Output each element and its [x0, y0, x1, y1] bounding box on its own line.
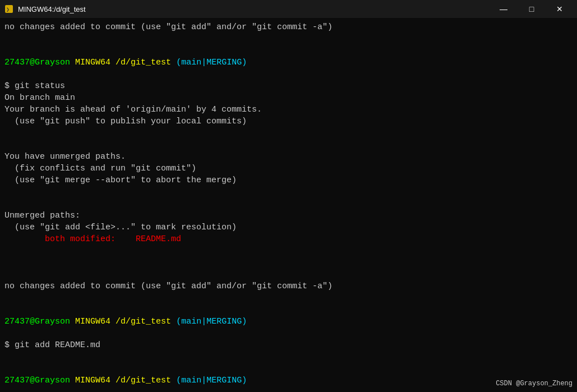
- terminal-line-1: no changes added to commit (use "git add…: [4, 22, 333, 32]
- output-1: On branch main: [4, 93, 75, 103]
- conflict-label: both modified:: [45, 234, 136, 244]
- window-controls: — □ ✕: [491, 0, 573, 18]
- prompt-3: 27437@Grayson MINGW64 /d/git_test (main|…: [4, 375, 573, 386]
- blank-1: [4, 33, 573, 45]
- prompt-app-3: MINGW64: [75, 376, 110, 385]
- output-7: Unmerged paths:: [4, 211, 80, 220]
- output-2: Your branch is ahead of 'origin/main' by…: [4, 105, 262, 114]
- status-bar: CSDN @Grayson_Zheng: [496, 380, 573, 388]
- command-2: $ git add README.md: [4, 340, 100, 350]
- prompt-branch-2: (main|MERGING): [176, 317, 247, 326]
- prompt-user-1: 27437@Grayson: [4, 58, 70, 67]
- prompt-user-3: 27437@Grayson: [4, 376, 70, 385]
- output-6: (use "git merge --abort" to abort the me…: [4, 176, 237, 185]
- blank-4: [4, 257, 573, 269]
- maximize-button[interactable]: □: [519, 0, 544, 18]
- prompt-2: 27437@Grayson MINGW64 /d/git_test (main|…: [4, 316, 573, 328]
- window-title: MINGW64:/d/git_test: [18, 5, 86, 13]
- output-9: no changes added to commit (use "git add…: [4, 282, 333, 291]
- prompt-app-1: MINGW64: [75, 58, 110, 67]
- output-3: (use "git push" to publish your local co…: [4, 117, 247, 126]
- title-bar: ❯ MINGW64:/d/git_test — □ ✕: [0, 0, 577, 18]
- title-bar-left: ❯ MINGW64:/d/git_test: [4, 4, 86, 13]
- close-button[interactable]: ✕: [547, 0, 573, 18]
- prompt-path-1: /d/git_test: [116, 58, 171, 67]
- prompt-branch-1: (main|MERGING): [176, 58, 247, 67]
- blank-6: [4, 351, 573, 363]
- prompt-path-2: /d/git_test: [116, 317, 171, 326]
- prompt-path-3: /d/git_test: [116, 376, 171, 385]
- conflict-line: both modified: README.md: [4, 233, 573, 245]
- blank-5: [4, 292, 573, 304]
- prompt-user-2: 27437@Grayson: [4, 317, 70, 326]
- prompt-branch-3: (main|MERGING): [176, 376, 247, 385]
- minimize-button[interactable]: —: [491, 0, 516, 18]
- command-1: $ git status: [4, 81, 65, 91]
- output-4: You have unmerged paths.: [4, 152, 126, 162]
- svg-text:❯: ❯: [6, 7, 10, 13]
- output-5: (fix conflicts and run "git commit"): [4, 164, 196, 173]
- terminal-icon: ❯: [4, 4, 13, 13]
- output-8: (use "git add <file>..." to mark resolut…: [4, 223, 237, 232]
- terminal-body[interactable]: no changes added to commit (use "git add…: [0, 18, 577, 392]
- prompt-app-2: MINGW64: [75, 317, 110, 326]
- prompt-1: 27437@Grayson MINGW64 /d/git_test (main|…: [4, 57, 573, 68]
- blank-2: [4, 127, 573, 139]
- conflict-file: README.md: [136, 234, 181, 244]
- terminal-window: ❯ MINGW64:/d/git_test — □ ✕ no changes a…: [0, 0, 577, 392]
- terminal-output: no changes added to commit (use "git add…: [4, 21, 573, 392]
- blank-3: [4, 186, 573, 198]
